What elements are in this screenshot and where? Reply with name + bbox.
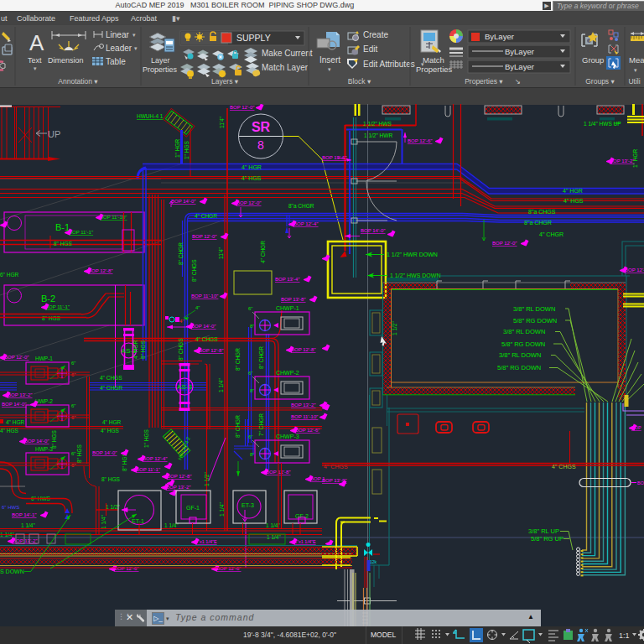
svg-text:4" HGR: 4" HGR	[6, 419, 24, 425]
svg-text:8" CHGS: 8" CHGS	[178, 338, 184, 361]
svg-text:BOP 13'-4": BOP 13'-4"	[275, 277, 300, 282]
svg-text:BOP 14'-0": BOP 14'-0"	[2, 402, 27, 407]
svg-text:Linear: Linear	[106, 30, 129, 39]
svg-text:SUPPLY: SUPPLY	[236, 33, 271, 43]
svg-text:BOP 12'-0": BOP 12'-0"	[492, 241, 517, 246]
svg-text:4": 4"	[179, 319, 184, 324]
svg-text:▾: ▾	[328, 66, 331, 72]
svg-text:1 1/4": 1 1/4"	[101, 515, 106, 529]
svg-text:8" CHGR: 8" CHGR	[235, 415, 241, 438]
svg-text:4" CHGS: 4" CHGS	[100, 375, 122, 381]
svg-text:BOP 13'-2": BOP 13'-2"	[291, 402, 316, 408]
svg-text:HWUH-4 1: HWUH-4 1	[137, 113, 164, 119]
svg-text:BOP 12'-8": BOP 12'-8"	[291, 347, 316, 352]
svg-text:3/8″ RL DOWN: 3/8″ RL DOWN	[513, 305, 555, 313]
svg-text:4" HGR: 4" HGR	[102, 419, 121, 425]
svg-text:6": 6"	[248, 306, 252, 311]
svg-text:BOP 12'-0": BOP 12'-0"	[192, 234, 217, 239]
svg-text:8"a CHGR: 8"a CHGR	[288, 203, 314, 209]
svg-text:8": 8"	[250, 452, 254, 457]
svg-text:1 1/2" HWS DOWN: 1 1/2" HWS DOWN	[390, 273, 440, 278]
svg-text:GF-2: GF-2	[295, 513, 309, 519]
svg-text:8" CHGR: 8" CHGR	[258, 346, 264, 369]
svg-text:4" HGR: 4" HGR	[132, 340, 138, 359]
svg-text:6"x1 1/4"E: 6"x1 1/4"E	[294, 539, 316, 544]
svg-text:6": 6"	[71, 451, 75, 456]
svg-text:BOP 12'-6": BOP 12'-6"	[216, 566, 242, 571]
svg-text:4" CHGR: 4" CHGR	[539, 231, 564, 237]
svg-text:Match Layer: Match Layer	[262, 63, 309, 72]
svg-text:BOP 14'-0": BOP 14'-0"	[361, 228, 386, 233]
svg-text:12k: 12k	[370, 559, 377, 564]
svg-text:BOP 12'-8": BOP 12'-8"	[167, 474, 192, 479]
svg-text:8" CHGR: 8" CHGR	[235, 348, 241, 371]
svg-text:5/8″ RG DOWN: 5/8″ RG DOWN	[501, 340, 545, 348]
svg-text:BOP 12'-4": BOP 12'-4"	[625, 267, 644, 273]
svg-text:BOP 11'-1": BOP 11'-1"	[136, 467, 160, 472]
svg-text:UP: UP	[48, 129, 60, 139]
svg-text:BOP 12'-8": BOP 12'-8"	[88, 268, 113, 273]
svg-text:6": 6"	[248, 434, 252, 439]
svg-text:Match: Match	[423, 55, 444, 65]
svg-text:4" HGS: 4" HGS	[564, 198, 584, 204]
svg-text:▾: ▾	[134, 45, 138, 51]
svg-text:Dimension: Dimension	[48, 56, 84, 65]
svg-text:SR: SR	[252, 120, 271, 134]
svg-text:▾: ▾	[132, 32, 136, 38]
svg-text:8": 8"	[250, 388, 254, 393]
svg-text:8" CHGS: 8" CHGS	[191, 259, 197, 282]
svg-text:BOP 11'-1": BOP 11'-1"	[45, 304, 70, 309]
svg-text:BOP 13'-6": BOP 13'-6"	[322, 155, 347, 160]
svg-text:8" HGS: 8" HGS	[51, 430, 57, 449]
svg-text:4": 4"	[195, 305, 200, 310]
svg-text:BOP 12'-4": BOP 12'-4"	[293, 221, 319, 226]
svg-text:HWP-1: HWP-1	[35, 356, 53, 361]
svg-text:8" HGS: 8" HGS	[101, 476, 120, 482]
svg-text:HWP-2: HWP-2	[35, 398, 53, 404]
svg-text:BOP 14'-0": BOP 14'-0"	[191, 324, 216, 329]
svg-text:1 1/4" HWS UP: 1 1/4" HWS UP	[584, 121, 621, 127]
svg-text:BOP 12'-8": BOP 12'-8"	[199, 348, 224, 353]
svg-text:Edit Attributes: Edit Attributes	[363, 60, 415, 69]
svg-text:1" HGS: 1" HGS	[143, 429, 149, 448]
svg-text:4" HGR: 4" HGR	[563, 188, 583, 194]
svg-text:CHWP-1: CHWP-1	[276, 305, 299, 311]
svg-text:3/8″ RL DOWN: 3/8″ RL DOWN	[499, 351, 541, 359]
svg-text:BOP 11'-10": BOP 11'-10"	[100, 215, 127, 220]
svg-text:Layer: Layer	[151, 56, 170, 65]
svg-text:ByLayer: ByLayer	[505, 47, 534, 56]
svg-text:8" HGS: 8" HGS	[76, 444, 82, 463]
svg-text:BOP 13'-8": BOP 13'-8"	[281, 297, 306, 302]
svg-text:A: A	[29, 30, 44, 55]
svg-text:5/8″ RG DOWN: 5/8″ RG DOWN	[497, 364, 541, 371]
svg-text:BOP 13'-2": BOP 13'-2"	[166, 485, 191, 490]
svg-text:1 1/2" HWR: 1 1/2" HWR	[364, 132, 392, 138]
svg-text:Insert: Insert	[319, 55, 340, 65]
svg-text:8": 8"	[250, 324, 254, 329]
svg-text:ET-3: ET-3	[242, 502, 254, 508]
svg-text:BO: BO	[637, 480, 644, 486]
svg-text:6" HGR: 6" HGR	[0, 272, 18, 278]
svg-text:Make Current: Make Current	[262, 49, 313, 58]
svg-text:Properties: Properties	[416, 65, 453, 74]
svg-text:ByLayer: ByLayer	[505, 62, 534, 71]
svg-text:6": 6"	[248, 371, 252, 376]
svg-text:1 1/2" HWS: 1 1/2" HWS	[363, 121, 392, 127]
svg-text:8"a CHGR: 8"a CHGR	[524, 220, 552, 226]
svg-text:BOP 11'-10": BOP 11'-10"	[191, 293, 218, 299]
svg-text:ByLayer: ByLayer	[485, 32, 514, 41]
svg-text:8" HGS: 8" HGS	[54, 241, 72, 247]
svg-text:4" CHGR: 4" CHGR	[100, 385, 122, 391]
svg-text:Create: Create	[363, 30, 388, 39]
svg-text:▾: ▾	[634, 67, 637, 73]
svg-text:3/8″ RL DOWN: 3/8″ RL DOWN	[503, 328, 545, 335]
svg-text:4" HGR: 4" HGR	[242, 164, 262, 170]
svg-text:Table: Table	[106, 57, 126, 66]
svg-text:Text: Text	[28, 56, 42, 65]
svg-text:1 1/4": 1 1/4"	[219, 502, 225, 517]
svg-text:8" HGS: 8" HGS	[140, 340, 146, 359]
svg-text:11'4": 11'4"	[219, 116, 225, 128]
svg-text:5/8" RG UP: 5/8" RG UP	[531, 535, 564, 543]
svg-text:BOP 14'-1": BOP 14'-1"	[12, 512, 37, 517]
svg-text:3/8" RL UP: 3/8" RL UP	[528, 527, 559, 535]
